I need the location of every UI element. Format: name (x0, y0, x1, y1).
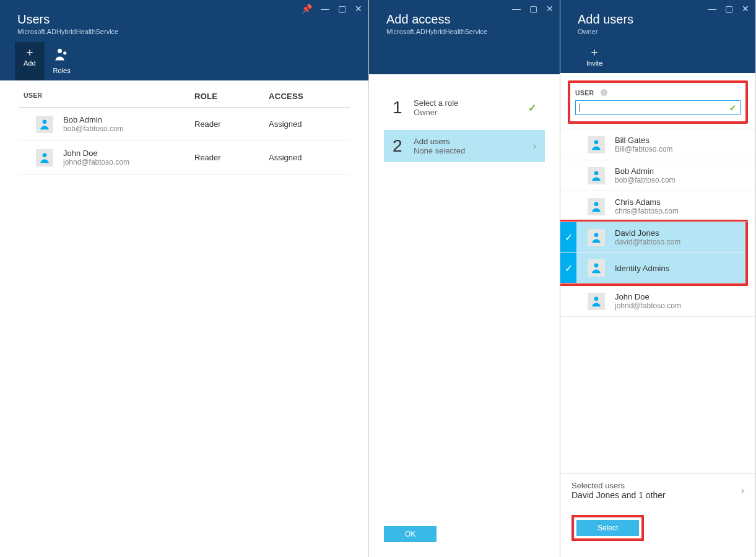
col-access-header: ACCESS (269, 92, 350, 101)
chevron-right-icon: › (533, 140, 536, 152)
roles-button[interactable]: Roles (45, 42, 79, 80)
close-icon[interactable]: ✕ (546, 4, 554, 14)
user-email: Bill@fabtoso.com (615, 145, 673, 153)
user-picker-row[interactable]: ✓Identity Admins (560, 253, 745, 283)
user-name: Bill Gates (615, 136, 673, 145)
minimize-icon[interactable]: — (512, 4, 521, 14)
user-email: johnd@fabtoso.com (615, 301, 681, 310)
add-access-blade: — ▢ ✕ Add access Microsoft.ADHybridHealt… (369, 0, 560, 557)
user-name: John Doe (63, 149, 129, 158)
col-role-header: ROLE (194, 92, 269, 101)
close-icon[interactable]: ✕ (355, 4, 362, 14)
user-email: david@fabtoso.com (615, 238, 680, 246)
step-add-users[interactable]: 2 Add users None selected › (384, 130, 545, 162)
info-icon[interactable]: i (601, 89, 607, 96)
ok-button[interactable]: OK (384, 526, 437, 542)
checkmark-icon: ✓ (729, 103, 736, 113)
user-access: Assigned (269, 119, 350, 129)
step-select-role[interactable]: 1 Select a role Owner ✓ (384, 92, 545, 124)
addusers-header: — ▢ ✕ Add users Owner ＋ Invite (560, 0, 755, 73)
users-table-body: Bob Adminbob@fabtoso.comReaderAssignedJo… (19, 108, 350, 175)
user-picker-row[interactable]: Bob Adminbob@fabtoso.com (560, 160, 755, 191)
user-name: Bob Admin (63, 115, 124, 124)
users-table-header: USER ROLE ACCESS (19, 80, 350, 108)
user-name: Bob Admin (615, 166, 676, 176)
addaccess-title: Add access (386, 12, 545, 27)
selected-users-summary[interactable]: Selected users David Jones and 1 other › (560, 473, 755, 507)
users-title: Users (17, 12, 354, 27)
user-picker-list: Bill GatesBill@fabtoso.comBob Adminbob@f… (560, 129, 755, 473)
selected-rows-highlight: ✓David Jonesdavid@fabtoso.com✓Identity A… (560, 220, 748, 286)
addusers-subtitle: Owner (578, 28, 741, 35)
maximize-icon[interactable]: ▢ (338, 4, 346, 14)
roles-icon (53, 46, 71, 66)
addaccess-header: — ▢ ✕ Add access Microsoft.ADHybridHealt… (369, 0, 560, 74)
user-email: bob@fabtoso.com (63, 124, 124, 133)
svg-point-3 (43, 153, 47, 157)
svg-point-5 (594, 171, 599, 175)
user-picker-row[interactable]: Bill GatesBill@fabtoso.com (560, 129, 755, 160)
selected-heading: Selected users (571, 481, 666, 490)
user-email: chris@fabtoso.com (615, 207, 679, 215)
user-search-box: ✓ (575, 100, 741, 115)
avatar (588, 229, 605, 246)
svg-point-6 (594, 202, 599, 206)
user-name: David Jones (615, 228, 680, 238)
pin-icon[interactable]: 📌 (302, 4, 312, 14)
avatar (588, 167, 605, 184)
avatar (588, 293, 605, 310)
add-users-blade: — ▢ ✕ Add users Owner ＋ Invite USER i ✓ … (560, 0, 756, 557)
step-value: None selected (414, 146, 465, 155)
users-blade: 📌 — ▢ ✕ Users Microsoft.ADHybridHealthSe… (0, 0, 369, 557)
step-title: Add users (414, 137, 465, 146)
plus-icon: ＋ (24, 46, 36, 58)
user-picker-row[interactable]: ✓David Jonesdavid@fabtoso.com (560, 222, 745, 253)
table-row[interactable]: John Doejohnd@fabtoso.comReaderAssigned (19, 141, 350, 175)
avatar (36, 116, 53, 133)
add-button[interactable]: ＋ Add (15, 42, 45, 80)
user-email: johnd@fabtoso.com (63, 158, 129, 166)
addusers-title: Add users (578, 12, 741, 27)
user-name: Identity Admins (615, 264, 669, 273)
user-role: Reader (194, 119, 269, 129)
user-email: bob@fabtoso.com (615, 176, 676, 184)
invite-button[interactable]: ＋ Invite (578, 42, 611, 73)
maximize-icon[interactable]: ▢ (529, 4, 537, 14)
table-row[interactable]: Bob Adminbob@fabtoso.comReaderAssigned (19, 108, 350, 141)
users-subtitle: Microsoft.ADHybridHealthService (17, 28, 354, 35)
select-button-highlight: Select (571, 515, 644, 541)
step-value: Owner (414, 108, 458, 117)
col-user-header: USER (19, 92, 194, 101)
avatar (588, 198, 605, 215)
roles-button-label: Roles (53, 67, 71, 74)
svg-point-2 (43, 119, 47, 124)
svg-point-0 (58, 49, 62, 53)
svg-point-8 (594, 264, 599, 268)
step-number: 2 (393, 136, 414, 156)
minimize-icon[interactable]: — (321, 4, 329, 14)
svg-point-1 (63, 51, 66, 54)
invite-button-label: Invite (586, 59, 602, 67)
user-picker-row[interactable]: John Doejohnd@fabtoso.com (560, 286, 755, 317)
select-button[interactable]: Select (576, 520, 639, 536)
selected-names: David Jones and 1 other (571, 490, 666, 500)
add-button-label: Add (24, 59, 36, 67)
addaccess-subtitle: Microsoft.ADHybridHealthService (386, 28, 545, 35)
checkmark-icon: ✓ (528, 102, 536, 114)
search-label: USER (575, 89, 594, 97)
svg-point-7 (594, 233, 599, 237)
selected-indicator: ✓ (560, 253, 576, 283)
step-title: Select a role (414, 98, 458, 108)
svg-point-4 (594, 140, 599, 144)
avatar (36, 149, 53, 166)
minimize-icon[interactable]: — (708, 4, 716, 14)
selected-indicator: ✓ (560, 222, 576, 253)
user-search-input[interactable] (583, 103, 729, 112)
user-picker-row[interactable]: Chris Adamschris@fabtoso.com (560, 191, 755, 222)
close-icon[interactable]: ✕ (742, 4, 749, 14)
user-name: Chris Adams (615, 197, 679, 207)
chevron-right-icon: › (741, 485, 744, 496)
svg-point-9 (594, 296, 599, 301)
avatar (588, 136, 605, 153)
maximize-icon[interactable]: ▢ (725, 4, 733, 14)
